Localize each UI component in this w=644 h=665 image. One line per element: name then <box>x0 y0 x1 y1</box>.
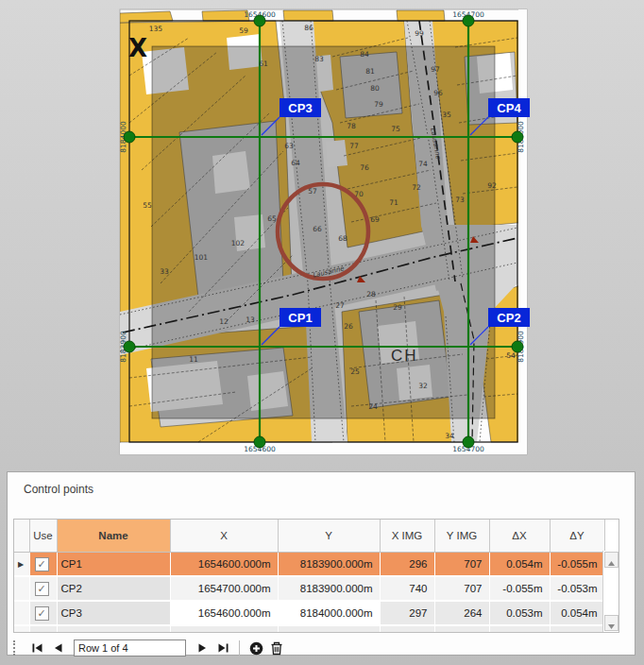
control-points-panel: Control points UseNameXYX IMGY IMGΔXΔY ▶… <box>7 471 636 656</box>
table-row-cp1[interactable]: ▶✓CP11654600.000m8183900.000m2967070.054… <box>14 553 604 577</box>
toolbar-grip[interactable] <box>13 640 19 656</box>
parcel-number: 70 <box>354 190 364 198</box>
parcel-number: 99 <box>415 29 424 38</box>
parcel-number: 83 <box>314 55 324 63</box>
cell-x-img[interactable]: 297 <box>380 601 434 625</box>
toolbar-separator <box>239 640 240 656</box>
last-row-button[interactable] <box>212 639 233 656</box>
parcel-number: 32 <box>418 382 428 390</box>
row-indicator-cell <box>14 576 29 601</box>
next-row-button[interactable] <box>192 639 212 656</box>
grid-scrollbar[interactable] <box>602 551 619 632</box>
parcel-number: 92 <box>487 181 497 190</box>
grid-node-dot[interactable] <box>124 131 135 143</box>
control-points-table: UseNameXYX IMGY IMGΔXΔY ▶✓CP11654600.000… <box>14 520 605 633</box>
scroll-down-button[interactable] <box>604 615 619 631</box>
cell-dx[interactable]: 0.054m <box>489 553 550 577</box>
parcel-number: 80 <box>370 84 380 93</box>
parcel-number: 29 <box>393 303 402 312</box>
partial-cell <box>29 625 57 633</box>
parcel-number: 97 <box>431 65 440 74</box>
parcel-number: 35 <box>442 111 451 119</box>
grid-node-dot[interactable] <box>254 15 265 26</box>
row-indicator-cell: ▶ <box>14 553 29 577</box>
cell-y-img[interactable]: 707 <box>434 553 489 577</box>
cell-y-img[interactable]: 264 <box>434 601 489 625</box>
delete-control-point-button[interactable] <box>266 639 287 656</box>
use-cell: ✓ <box>29 601 57 625</box>
grid-node-dot[interactable] <box>463 15 474 26</box>
cell-name[interactable]: CP2 <box>57 576 170 601</box>
grid-node-dot[interactable] <box>512 131 523 143</box>
x-annotation-mark: X <box>128 34 147 62</box>
cell-x[interactable]: 1654600.000m <box>170 601 278 625</box>
parcel-number: 71 <box>389 198 398 207</box>
control-points-grid[interactable]: UseNameXYX IMGY IMGΔXΔY ▶✓CP11654600.000… <box>13 519 619 633</box>
parcel-number: 74 <box>418 160 428 168</box>
cell-x-img[interactable]: 740 <box>380 576 434 601</box>
use-checkbox[interactable]: ✓ <box>35 557 49 571</box>
partial-cell <box>434 625 489 633</box>
parcel-number: 13 <box>246 315 255 324</box>
column-header-x[interactable]: X <box>170 520 278 553</box>
parcel-number: 75 <box>391 125 400 133</box>
map-view[interactable]: X CH 16546001654600165470016547008184000… <box>0 0 644 467</box>
column-header-y[interactable]: Y <box>278 520 380 553</box>
column-header-x-img[interactable]: X IMG <box>380 520 434 553</box>
parcel-number: 86 <box>304 24 314 32</box>
cell-dx[interactable]: -0.055m <box>489 576 550 601</box>
parcel-number: 54 <box>506 351 516 360</box>
use-checkbox[interactable]: ✓ <box>35 582 49 596</box>
parcel-number: 64 <box>291 159 300 167</box>
use-checkbox[interactable]: ✓ <box>35 606 49 621</box>
cell-x[interactable]: 1654700.000m <box>170 576 278 601</box>
table-row-cp2[interactable]: ✓CP21654700.000m8183900.000m740707-0.055… <box>14 576 604 601</box>
region-label: CH <box>391 347 418 365</box>
first-row-button[interactable] <box>26 639 47 656</box>
column-header-δx[interactable]: ΔX <box>489 520 550 553</box>
parcel-number: 24 <box>368 402 378 411</box>
grid-node-dot[interactable] <box>463 436 474 448</box>
parcel-number: 33 <box>160 267 169 276</box>
cell-name[interactable]: CP3 <box>57 601 170 625</box>
table-row-cp3[interactable]: ✓CP31654600.000m8184000.000m2972640.053m… <box>14 601 604 625</box>
parcel-number: 28 <box>366 290 376 298</box>
cell-y-img[interactable]: 707 <box>434 576 489 601</box>
cell-x-img[interactable]: 296 <box>380 553 434 577</box>
cell-x[interactable]: 1654600.000m <box>170 553 278 577</box>
partial-cell <box>550 625 604 633</box>
parcel-number: 76 <box>360 163 369 172</box>
cell-dx[interactable]: 0.053m <box>489 601 550 625</box>
parcel-number: 25 <box>350 367 360 376</box>
cell-y[interactable]: 8183900.000m <box>278 553 380 577</box>
parcel-number: 65 <box>267 214 277 223</box>
cell-y[interactable]: 8183900.000m <box>278 576 380 601</box>
previous-row-button[interactable] <box>47 639 68 656</box>
cell-name[interactable]: CP1 <box>57 553 170 577</box>
cell-y[interactable]: 8184000.000m <box>278 601 380 625</box>
georeference-extent-overlay[interactable] <box>152 46 495 418</box>
column-header-name[interactable]: Name <box>57 520 170 553</box>
column-header-δy[interactable]: ΔY <box>550 520 604 553</box>
scroll-up-button[interactable] <box>604 552 619 568</box>
cell-dy[interactable]: 0.054m <box>550 601 604 625</box>
grid-node-dot[interactable] <box>254 436 265 448</box>
parcel-number: 69 <box>370 215 380 224</box>
table-row-partial[interactable] <box>14 625 604 633</box>
row-position-input[interactable] <box>74 639 186 656</box>
parcel-number: 135 <box>149 25 163 33</box>
grid-node-dot[interactable] <box>124 341 135 352</box>
cell-dy[interactable]: -0.053m <box>550 576 604 601</box>
parcel-number: 102 <box>231 239 246 247</box>
cell-dy[interactable]: -0.055m <box>550 553 604 577</box>
add-control-point-button[interactable] <box>246 639 266 656</box>
column-header-use[interactable]: Use <box>29 520 57 553</box>
record-navigator <box>11 639 287 657</box>
parcel-number: 55 <box>143 201 152 210</box>
parcel-number: 77 <box>349 142 359 150</box>
parcel-number: 12 <box>219 317 229 326</box>
parcel-number: 34 <box>445 432 454 440</box>
partial-cell <box>57 625 170 633</box>
column-header-y-img[interactable]: Y IMG <box>434 520 489 553</box>
cp-marker-label: CP3 <box>288 101 312 115</box>
